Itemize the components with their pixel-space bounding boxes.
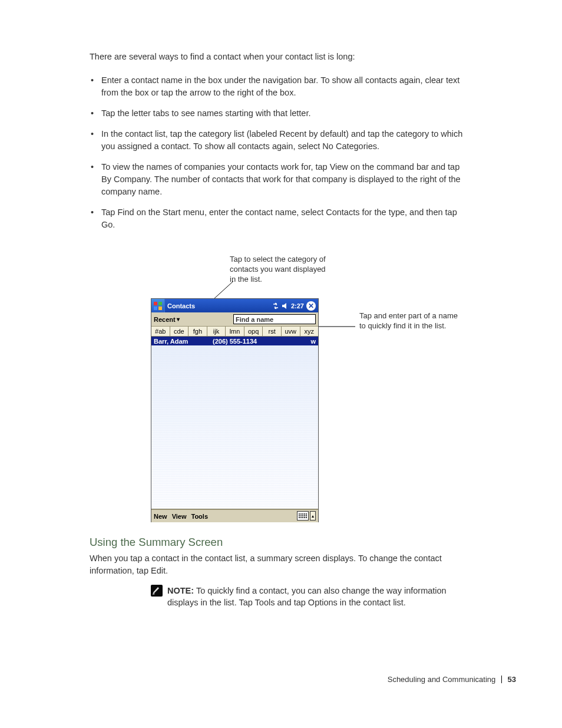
svg-rect-3	[158, 302, 162, 305]
category-selector[interactable]: Recent ▾	[151, 316, 182, 323]
menu-new[interactable]: New	[151, 513, 170, 520]
close-icon[interactable]: ✕	[306, 301, 316, 311]
command-bar: New View Tools ▴	[151, 509, 318, 522]
alpha-tab[interactable]: lmn	[226, 327, 244, 336]
contacts-list[interactable]: Barr, Adam (206) 555-1134 w	[151, 337, 318, 509]
menu-view[interactable]: View	[170, 513, 189, 520]
title-bar: Contacts 2:27 ✕	[151, 299, 318, 312]
intro-paragraph: There are several ways to find a contact…	[90, 51, 467, 63]
note-body: To quickly find a contact, you can also …	[167, 586, 447, 607]
alpha-tab[interactable]: rst	[263, 327, 282, 336]
page-footer: Scheduling and Communicating 53	[388, 675, 516, 684]
svg-rect-2	[154, 302, 157, 305]
callout-find: Tap and enter part of a name to quickly …	[359, 311, 459, 331]
alpha-tab[interactable]: xyz	[300, 327, 319, 336]
category-label: Recent	[154, 316, 176, 323]
input-panel[interactable]: ▴	[297, 511, 316, 521]
alpha-tab[interactable]: cde	[170, 327, 189, 336]
contact-name: Barr, Adam	[154, 338, 213, 345]
note-icon	[151, 585, 163, 597]
section-heading: Using the Summary Screen	[90, 536, 467, 549]
chevron-up-icon[interactable]: ▴	[310, 511, 316, 521]
alpha-tab[interactable]: ijk	[207, 327, 226, 336]
connectivity-icon[interactable]	[272, 302, 279, 309]
clock-text[interactable]: 2:27	[291, 302, 304, 309]
app-title: Contacts	[167, 302, 195, 309]
chevron-down-icon: ▾	[177, 316, 180, 322]
bullet-item: In the contact list, tap the category li…	[101, 128, 467, 153]
svg-rect-5	[158, 307, 162, 310]
menu-tools[interactable]: Tools	[189, 513, 211, 520]
alpha-tabs: #ab cde fgh ijk lmn opq rst uvw xyz	[151, 327, 318, 337]
footer-section: Scheduling and Communicating	[388, 675, 496, 684]
keyboard-icon[interactable]	[297, 511, 309, 521]
bullet-item: Enter a contact name in the box under th…	[101, 74, 467, 99]
toolbar: Recent ▾ Find a name	[151, 312, 318, 327]
find-name-input[interactable]: Find a name	[233, 314, 316, 324]
contact-kind: w	[305, 338, 316, 345]
start-icon[interactable]	[151, 299, 165, 312]
contacts-app-screenshot: Contacts 2:27 ✕ Recent ▾ Find a name #ab…	[151, 298, 319, 522]
summary-paragraph: When you tap a contact in the contact li…	[90, 552, 467, 577]
volume-icon[interactable]	[282, 302, 289, 309]
alpha-tab[interactable]: opq	[244, 327, 263, 336]
alpha-tab[interactable]: fgh	[189, 327, 207, 336]
page-number: 53	[508, 675, 516, 684]
callout-category: Tap to select the category of contacts y…	[230, 255, 330, 285]
contact-phone: (206) 555-1134	[213, 338, 305, 345]
note-label: NOTE:	[167, 586, 194, 595]
bullet-item: Tap Find on the Start menu, enter the co…	[101, 206, 467, 231]
svg-rect-4	[154, 307, 157, 310]
alpha-tab[interactable]: #ab	[151, 327, 170, 336]
contact-row[interactable]: Barr, Adam (206) 555-1134 w	[151, 337, 318, 345]
note-text: NOTE: To quickly find a contact, you can…	[167, 585, 474, 609]
bullet-item: Tap the letter tabs to see names startin…	[101, 107, 467, 120]
bullet-item: To view the names of companies your cont…	[101, 161, 467, 198]
alpha-tab[interactable]: uvw	[282, 327, 300, 336]
